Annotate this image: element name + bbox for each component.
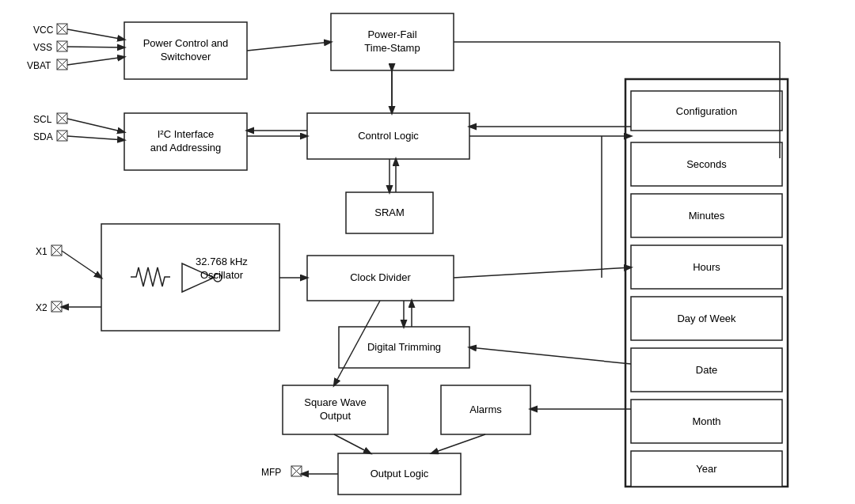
svg-line-47 [67, 47, 124, 47]
control-logic-label: Control Logic [358, 130, 419, 143]
svg-rect-31 [57, 113, 67, 123]
svg-line-29 [57, 59, 67, 70]
svg-line-27 [57, 41, 67, 51]
svg-rect-34 [57, 131, 67, 141]
svg-line-72 [431, 434, 485, 453]
svg-line-41 [51, 301, 62, 312]
year-register: Year [631, 451, 782, 487]
svg-line-35 [57, 131, 67, 141]
day-of-week-register: Day of Week [631, 297, 782, 340]
seconds-label: Seconds [686, 158, 727, 170]
config-register: Configuration [631, 91, 782, 131]
sram-label: SRAM [374, 207, 405, 220]
power-fail-box: Power-FailTime-Stamp [331, 13, 454, 70]
sram-box: SRAM [346, 192, 433, 233]
clock-divider-label: Clock Divider [350, 271, 411, 285]
svg-line-33 [57, 113, 67, 123]
svg-line-55 [67, 136, 124, 140]
svg-line-62 [62, 251, 101, 278]
vcc-label: VCC [33, 25, 54, 36]
seconds-register: Seconds [631, 142, 782, 186]
svg-line-39 [51, 245, 62, 256]
date-register: Date [631, 348, 782, 392]
square-wave-label: Square WaveOutput [304, 396, 366, 423]
svg-line-68 [469, 347, 631, 364]
digital-trimming-label: Digital Trimming [367, 341, 441, 354]
svg-rect-37 [51, 245, 62, 256]
vbat-label: VBAT [27, 60, 51, 71]
x1-label: X1 [36, 246, 48, 257]
svg-line-49 [247, 42, 331, 51]
svg-line-38 [51, 245, 62, 256]
hours-label: Hours [693, 261, 720, 273]
alarms-label: Alarms [469, 404, 501, 417]
output-logic-box: Output Logic [338, 453, 461, 495]
sda-label: SDA [33, 131, 53, 142]
svg-line-32 [57, 113, 67, 123]
config-label: Configuration [676, 105, 737, 117]
hours-register: Hours [631, 245, 782, 289]
year-label: Year [696, 463, 716, 475]
svg-line-45 [291, 466, 302, 476]
svg-line-48 [67, 57, 124, 65]
svg-line-65 [454, 267, 631, 278]
svg-line-54 [67, 119, 124, 132]
minutes-label: Minutes [689, 210, 725, 222]
svg-line-36 [57, 131, 67, 141]
x2-label: X2 [36, 302, 48, 313]
mfp-label: MFP [261, 467, 281, 478]
i2c-box: I²C Interfaceand Addressing [124, 113, 247, 170]
output-logic-label: Output Logic [370, 468, 429, 481]
power-control-label: Power Control and Switchover [124, 37, 247, 64]
svg-rect-22 [57, 24, 67, 34]
svg-rect-40 [51, 301, 62, 312]
power-fail-label: Power-FailTime-Stamp [364, 28, 420, 55]
date-label: Date [696, 364, 717, 376]
svg-rect-43 [291, 466, 302, 476]
i2c-label: I²C Interfaceand Addressing [150, 128, 222, 155]
svg-line-46 [67, 29, 124, 40]
control-logic-box: Control Logic [307, 113, 469, 159]
svg-rect-25 [57, 41, 67, 51]
day-of-week-label: Day of Week [677, 313, 735, 324]
svg-line-44 [291, 466, 302, 476]
month-register: Month [631, 400, 782, 443]
alarms-box: Alarms [441, 385, 530, 434]
oscillator-box: 32.768 kHzOscillator [174, 249, 269, 289]
svg-line-42 [51, 301, 62, 312]
month-label: Month [692, 415, 720, 427]
minutes-register: Minutes [631, 194, 782, 237]
clock-divider-box: Clock Divider [307, 256, 454, 301]
oscillator-label: 32.768 kHzOscillator [196, 256, 248, 282]
svg-line-24 [57, 24, 67, 34]
svg-rect-28 [57, 59, 67, 70]
scl-label: SCL [33, 114, 52, 125]
svg-line-30 [57, 59, 67, 70]
vss-label: VSS [33, 42, 52, 53]
power-control-box: Power Control and Switchover [124, 22, 247, 79]
svg-line-71 [334, 434, 370, 453]
square-wave-box: Square WaveOutput [283, 385, 388, 434]
block-diagram: VCC VSS VBAT SCL SDA X1 X2 [0, 0, 855, 504]
svg-line-23 [57, 24, 67, 34]
svg-line-26 [57, 41, 67, 51]
digital-trimming-box: Digital Trimming [339, 327, 469, 368]
